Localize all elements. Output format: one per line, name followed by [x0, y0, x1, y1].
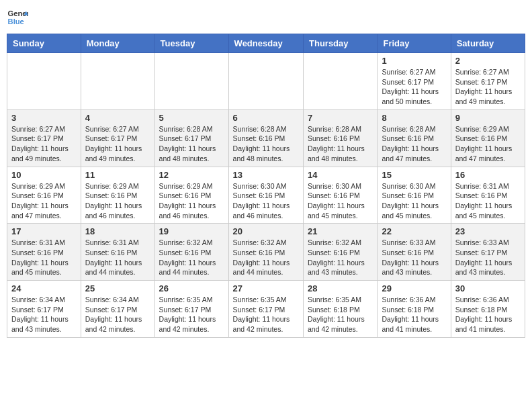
header: General Blue: [7, 7, 525, 28]
day-number: 17: [11, 226, 77, 236]
calendar-cell: 3Sunrise: 6:27 AM Sunset: 6:17 PM Daylig…: [7, 109, 81, 167]
day-info: Sunrise: 6:33 AM Sunset: 6:16 PM Dayligh…: [382, 238, 446, 277]
day-info: Sunrise: 6:35 AM Sunset: 6:17 PM Dayligh…: [233, 295, 299, 334]
day-number: 13: [233, 170, 299, 180]
day-info: Sunrise: 6:35 AM Sunset: 6:18 PM Dayligh…: [308, 295, 373, 334]
day-info: Sunrise: 6:31 AM Sunset: 6:16 PM Dayligh…: [11, 238, 77, 277]
day-number: 26: [159, 283, 224, 293]
calendar-cell: [7, 53, 81, 110]
calendar-cell: 30Sunrise: 6:36 AM Sunset: 6:18 PM Dayli…: [451, 281, 525, 338]
calendar-cell: 22Sunrise: 6:33 AM Sunset: 6:16 PM Dayli…: [378, 224, 451, 281]
day-info: Sunrise: 6:27 AM Sunset: 6:17 PM Dayligh…: [455, 67, 521, 107]
day-number: 19: [159, 226, 224, 236]
calendar-cell: 4Sunrise: 6:27 AM Sunset: 6:17 PM Daylig…: [81, 109, 154, 167]
day-info: Sunrise: 6:27 AM Sunset: 6:17 PM Dayligh…: [382, 67, 446, 107]
day-number: 16: [455, 170, 521, 180]
day-info: Sunrise: 6:32 AM Sunset: 6:16 PM Dayligh…: [308, 238, 373, 277]
day-number: 18: [85, 226, 150, 236]
calendar-cell: 26Sunrise: 6:35 AM Sunset: 6:17 PM Dayli…: [154, 281, 228, 338]
weekday-header-saturday: Saturday: [451, 34, 525, 53]
calendar-week-4: 17Sunrise: 6:31 AM Sunset: 6:16 PM Dayli…: [7, 224, 525, 281]
calendar-cell: [81, 53, 154, 110]
calendar-cell: 16Sunrise: 6:31 AM Sunset: 6:16 PM Dayli…: [451, 167, 525, 224]
day-number: 8: [382, 113, 446, 123]
day-info: Sunrise: 6:27 AM Sunset: 6:17 PM Dayligh…: [85, 124, 150, 164]
day-info: Sunrise: 6:31 AM Sunset: 6:16 PM Dayligh…: [455, 181, 521, 221]
day-number: 22: [382, 226, 446, 236]
svg-text:Blue: Blue: [8, 17, 24, 26]
day-number: 1: [382, 56, 446, 66]
day-number: 23: [455, 226, 521, 236]
calendar-week-1: 1Sunrise: 6:27 AM Sunset: 6:17 PM Daylig…: [7, 53, 525, 110]
day-info: Sunrise: 6:28 AM Sunset: 6:16 PM Dayligh…: [233, 124, 299, 164]
calendar-cell: 14Sunrise: 6:30 AM Sunset: 6:16 PM Dayli…: [304, 167, 378, 224]
calendar-cell: 21Sunrise: 6:32 AM Sunset: 6:16 PM Dayli…: [304, 224, 378, 281]
day-info: Sunrise: 6:36 AM Sunset: 6:18 PM Dayligh…: [382, 295, 446, 334]
day-number: 29: [382, 283, 446, 293]
calendar-cell: [304, 53, 378, 110]
calendar-week-5: 24Sunrise: 6:34 AM Sunset: 6:17 PM Dayli…: [7, 281, 525, 338]
calendar-cell: 25Sunrise: 6:34 AM Sunset: 6:17 PM Dayli…: [81, 281, 154, 338]
day-info: Sunrise: 6:28 AM Sunset: 6:17 PM Dayligh…: [159, 124, 224, 164]
day-number: 9: [455, 113, 521, 123]
day-info: Sunrise: 6:29 AM Sunset: 6:16 PM Dayligh…: [455, 124, 521, 164]
day-info: Sunrise: 6:32 AM Sunset: 6:16 PM Dayligh…: [159, 238, 224, 277]
weekday-header-monday: Monday: [81, 34, 154, 53]
weekday-header-friday: Friday: [378, 34, 451, 53]
day-number: 7: [308, 113, 373, 123]
day-number: 14: [308, 170, 373, 180]
day-number: 15: [382, 170, 446, 180]
day-info: Sunrise: 6:36 AM Sunset: 6:18 PM Dayligh…: [455, 295, 521, 334]
calendar-cell: [154, 53, 228, 110]
calendar-cell: 19Sunrise: 6:32 AM Sunset: 6:16 PM Dayli…: [154, 224, 228, 281]
day-number: 25: [85, 283, 150, 293]
calendar-cell: 23Sunrise: 6:33 AM Sunset: 6:17 PM Dayli…: [451, 224, 525, 281]
calendar-cell: 28Sunrise: 6:35 AM Sunset: 6:18 PM Dayli…: [304, 281, 378, 338]
calendar-cell: 8Sunrise: 6:28 AM Sunset: 6:16 PM Daylig…: [378, 109, 451, 167]
day-info: Sunrise: 6:34 AM Sunset: 6:17 PM Dayligh…: [85, 295, 150, 334]
day-info: Sunrise: 6:34 AM Sunset: 6:17 PM Dayligh…: [11, 295, 77, 334]
calendar-cell: 12Sunrise: 6:29 AM Sunset: 6:16 PM Dayli…: [154, 167, 228, 224]
day-number: 11: [85, 170, 150, 180]
calendar-cell: 6Sunrise: 6:28 AM Sunset: 6:16 PM Daylig…: [228, 109, 303, 167]
day-number: 10: [11, 170, 77, 180]
weekday-header-wednesday: Wednesday: [228, 34, 303, 53]
calendar-cell: [228, 53, 303, 110]
calendar-cell: 29Sunrise: 6:36 AM Sunset: 6:18 PM Dayli…: [378, 281, 451, 338]
weekday-header-row: SundayMondayTuesdayWednesdayThursdayFrid…: [7, 34, 525, 53]
calendar-cell: 13Sunrise: 6:30 AM Sunset: 6:16 PM Dayli…: [228, 167, 303, 224]
calendar-cell: 17Sunrise: 6:31 AM Sunset: 6:16 PM Dayli…: [7, 224, 81, 281]
day-number: 28: [308, 283, 373, 293]
day-info: Sunrise: 6:29 AM Sunset: 6:16 PM Dayligh…: [159, 181, 224, 221]
calendar-cell: 27Sunrise: 6:35 AM Sunset: 6:17 PM Dayli…: [228, 281, 303, 338]
day-number: 4: [85, 113, 150, 123]
calendar-cell: 15Sunrise: 6:30 AM Sunset: 6:16 PM Dayli…: [378, 167, 451, 224]
day-info: Sunrise: 6:29 AM Sunset: 6:16 PM Dayligh…: [11, 181, 77, 221]
weekday-header-tuesday: Tuesday: [154, 34, 228, 53]
day-info: Sunrise: 6:32 AM Sunset: 6:16 PM Dayligh…: [233, 238, 299, 277]
day-info: Sunrise: 6:29 AM Sunset: 6:16 PM Dayligh…: [85, 181, 150, 221]
logo-icon: General Blue: [7, 7, 28, 28]
calendar-table: SundayMondayTuesdayWednesdayThursdayFrid…: [7, 34, 525, 338]
day-number: 3: [11, 113, 77, 123]
day-info: Sunrise: 6:28 AM Sunset: 6:16 PM Dayligh…: [308, 124, 373, 164]
day-info: Sunrise: 6:30 AM Sunset: 6:16 PM Dayligh…: [382, 181, 446, 221]
calendar-cell: 2Sunrise: 6:27 AM Sunset: 6:17 PM Daylig…: [451, 53, 525, 110]
day-number: 24: [11, 283, 77, 293]
calendar-cell: 7Sunrise: 6:28 AM Sunset: 6:16 PM Daylig…: [304, 109, 378, 167]
day-number: 12: [159, 170, 224, 180]
day-info: Sunrise: 6:28 AM Sunset: 6:16 PM Dayligh…: [382, 124, 446, 164]
day-number: 20: [233, 226, 299, 236]
calendar-cell: 20Sunrise: 6:32 AM Sunset: 6:16 PM Dayli…: [228, 224, 303, 281]
day-info: Sunrise: 6:31 AM Sunset: 6:16 PM Dayligh…: [85, 238, 150, 277]
day-info: Sunrise: 6:33 AM Sunset: 6:17 PM Dayligh…: [455, 238, 521, 277]
day-number: 2: [455, 56, 521, 66]
day-number: 21: [308, 226, 373, 236]
calendar-cell: 5Sunrise: 6:28 AM Sunset: 6:17 PM Daylig…: [154, 109, 228, 167]
weekday-header-sunday: Sunday: [7, 34, 81, 53]
calendar-week-2: 3Sunrise: 6:27 AM Sunset: 6:17 PM Daylig…: [7, 109, 525, 167]
calendar-cell: 1Sunrise: 6:27 AM Sunset: 6:17 PM Daylig…: [378, 53, 451, 110]
day-number: 30: [455, 283, 521, 293]
day-info: Sunrise: 6:35 AM Sunset: 6:17 PM Dayligh…: [159, 295, 224, 334]
weekday-header-thursday: Thursday: [304, 34, 378, 53]
